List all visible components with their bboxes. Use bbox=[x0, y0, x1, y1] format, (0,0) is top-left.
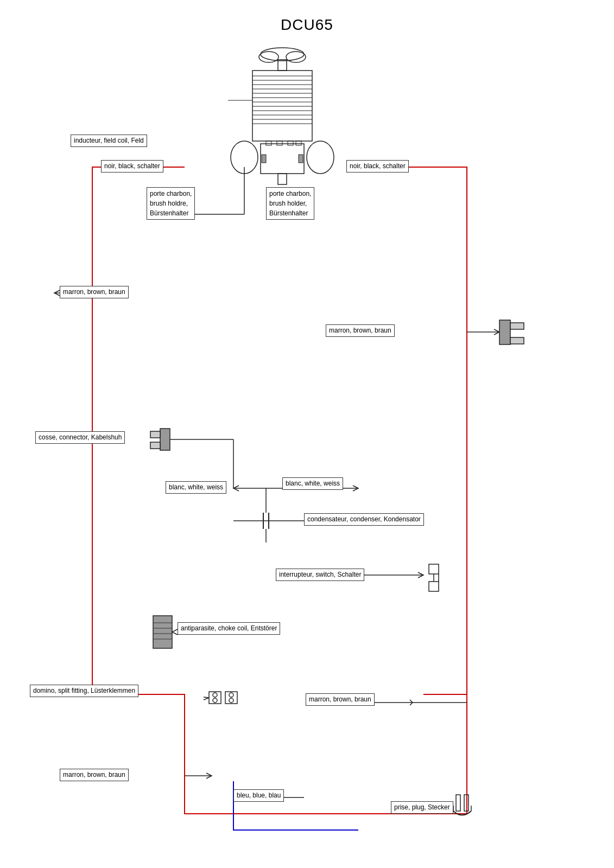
svg-rect-58 bbox=[209, 692, 221, 704]
label-noir-black-left: noir, black, schalter bbox=[101, 160, 163, 173]
svg-point-59 bbox=[213, 693, 217, 697]
label-prise: prise, plug, Stecker bbox=[391, 801, 453, 814]
label-cosse: cosse, connector, Kabelshuh bbox=[35, 431, 125, 444]
svg-rect-34 bbox=[510, 337, 524, 344]
label-porte-charbon-right: porte charbon, brush holder, Bürstenhalt… bbox=[266, 187, 314, 220]
svg-rect-3 bbox=[278, 60, 287, 71]
label-interrupteur: interrupteur, switch, Schalter bbox=[276, 569, 364, 581]
svg-rect-53 bbox=[153, 616, 172, 648]
svg-rect-25 bbox=[262, 155, 266, 163]
svg-rect-20 bbox=[261, 144, 304, 174]
svg-point-19 bbox=[307, 141, 334, 174]
label-marron-brown-bottom-right: marron, brown, braun bbox=[306, 693, 375, 706]
svg-rect-36 bbox=[150, 431, 160, 438]
label-domino: domino, split fitting, Lüsterklemmen bbox=[30, 685, 138, 697]
svg-rect-35 bbox=[160, 429, 170, 450]
svg-rect-23 bbox=[288, 141, 293, 145]
svg-rect-22 bbox=[277, 141, 282, 145]
svg-rect-50 bbox=[429, 582, 439, 591]
svg-rect-27 bbox=[278, 174, 287, 184]
label-blanc-white-left: blanc, white, weiss bbox=[166, 481, 226, 494]
svg-rect-49 bbox=[429, 564, 439, 574]
label-marron-brown-left: marron, brown, braun bbox=[60, 286, 129, 298]
svg-rect-37 bbox=[150, 442, 160, 449]
svg-rect-32 bbox=[499, 320, 510, 344]
svg-point-63 bbox=[229, 698, 233, 703]
label-porte-charbon-left: porte charbon, brush holdre, Bürstenhalt… bbox=[147, 187, 195, 220]
svg-rect-33 bbox=[510, 323, 524, 329]
svg-rect-21 bbox=[266, 141, 271, 145]
label-marron-brown-bottom-left: marron, brown, braun bbox=[60, 769, 129, 781]
label-blanc-white-right: blanc, white, weiss bbox=[282, 477, 343, 490]
svg-rect-4 bbox=[252, 71, 312, 141]
svg-rect-61 bbox=[225, 692, 237, 704]
svg-point-0 bbox=[261, 48, 304, 61]
label-noir-black-right: noir, black, schalter bbox=[346, 160, 409, 173]
label-antiparasite: antiparasite, choke coil, Entstörer bbox=[178, 622, 280, 635]
label-inducteur: inducteur, field coil, Feld bbox=[71, 135, 147, 147]
label-bleu-blue: bleu, blue, blau bbox=[233, 789, 284, 802]
svg-point-60 bbox=[213, 698, 217, 703]
label-marron-brown-right: marron, brown, braun bbox=[326, 324, 395, 337]
svg-rect-68 bbox=[456, 795, 460, 811]
label-condensateur: condensateur, condenser, Kondensator bbox=[304, 513, 424, 526]
svg-point-62 bbox=[229, 693, 233, 697]
diagram-container: DCU65 bbox=[0, 0, 614, 868]
svg-rect-24 bbox=[296, 141, 301, 145]
svg-rect-26 bbox=[299, 155, 303, 163]
